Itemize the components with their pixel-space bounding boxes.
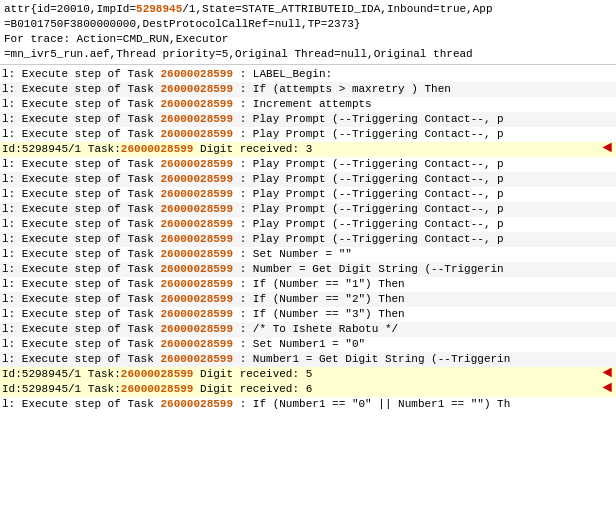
log-line: l: Execute step of Task 26000028599 : Se… [0,337,616,352]
line-text: l: Execute step of Task 26000028599 : Pl… [2,187,614,202]
log-line: l: Execute step of Task 26000028599 : Nu… [0,262,616,277]
log-line: l: Execute step of Task 26000028599 : If… [0,397,616,412]
log-line: l: Execute step of Task 26000028599 : Pl… [0,172,616,187]
line-text: l: Execute step of Task 26000028599 : Pl… [2,217,614,232]
task-id: 26000028599 [160,278,233,290]
log-line: l: Execute step of Task 26000028599 : If… [0,82,616,97]
task-id: 26000028599 [121,143,194,155]
log-line: l: Execute step of Task 26000028599 : If… [0,277,616,292]
suffix: : Play Prompt (--Triggering Contact--, p [233,128,504,140]
arrow-marker-3: ◄ [602,141,612,156]
task-id: 26000028599 [160,83,233,95]
log-line: l: Execute step of Task 26000028599 : LA… [0,67,616,82]
prefix: l: Execute step of Task [2,323,160,335]
line-text: l: Execute step of Task 26000028599 : If… [2,292,614,307]
log-header: attr{id=20010,ImpId=5298945/1,State=STAT… [0,0,616,65]
log-line: l: Execute step of Task 26000028599 : Nu… [0,352,616,367]
suffix: : Play Prompt (--Triggering Contact--, p [233,203,504,215]
header-text-1b: /1,State=STATE_ATTRIBUTEID_IDA,Inbound=t… [182,3,492,15]
prefix: l: Execute step of Task [2,263,160,275]
prefix: l: Execute step of Task [2,98,160,110]
prefix: l: Execute step of Task [2,233,160,245]
digit-received-line-3: Id:5298945/1 Task:26000028599 Digit rece… [0,142,616,157]
prefix: l: Execute step of Task [2,173,160,185]
suffix: : Number = Get Digit String (--Triggerin [233,263,504,275]
log-container: attr{id=20010,ImpId=5298945/1,State=STAT… [0,0,616,506]
suffix: : Play Prompt (--Triggering Contact--, p [233,173,504,185]
log-line: l: Execute step of Task 26000028599 : Pl… [0,217,616,232]
log-line: l: Execute step of Task 26000028599 : /*… [0,322,616,337]
suffix: : Number1 = Get Digit String (--Triggeri… [233,353,510,365]
line-text: Id:5298945/1 Task:26000028599 Digit rece… [2,367,614,382]
suffix: : Set Number1 = "0" [233,338,365,350]
line-text: l: Execute step of Task 26000028599 : Nu… [2,352,614,367]
line-text: Id:5298945/1 Task:26000028599 Digit rece… [2,382,614,397]
header-text-2: =B0101750F3800000000,DestProtocolCallRef… [4,18,360,30]
imp-id: 5298945 [136,3,182,15]
log-line: l: Execute step of Task 26000028599 : Se… [0,247,616,262]
task-id: 26000028599 [160,128,233,140]
prefix: l: Execute step of Task [2,113,160,125]
suffix: : Play Prompt (--Triggering Contact--, p [233,233,504,245]
suffix: : Play Prompt (--Triggering Contact--, p [233,188,504,200]
line-text: l: Execute step of Task 26000028599 : Pl… [2,127,614,142]
log-line: l: Execute step of Task 26000028599 : Pl… [0,127,616,142]
line-text: l: Execute step of Task 26000028599 : If… [2,277,614,292]
prefix: l: Execute step of Task [2,338,160,350]
task-id: 26000028599 [160,98,233,110]
header-line-3: For trace: Action=CMD_RUN,Executor [4,32,612,47]
task-id: 26000028599 [121,368,194,380]
task-id: 26000028599 [160,308,233,320]
task-id: 26000028599 [160,323,233,335]
log-line: l: Execute step of Task 26000028599 : Pl… [0,157,616,172]
prefix: l: Execute step of Task [2,128,160,140]
task-id: 26000028599 [160,188,233,200]
log-line: l: Execute step of Task 26000028599 : Pl… [0,202,616,217]
line-text: Id:5298945/1 Task:26000028599 Digit rece… [2,142,614,157]
prefix: l: Execute step of Task [2,218,160,230]
prefix: l: Execute step of Task [2,83,160,95]
digit-received-line-6: Id:5298945/1 Task:26000028599 Digit rece… [0,382,616,397]
line-text: l: Execute step of Task 26000028599 : Se… [2,247,614,262]
suffix: : If (Number == "1") Then [233,278,405,290]
suffix: : Increment attempts [233,98,372,110]
task-id: 26000028599 [160,263,233,275]
line-text: l: Execute step of Task 26000028599 : If… [2,307,614,322]
prefix: Id:5298945/1 Task: [2,368,121,380]
log-line: l: Execute step of Task 26000028599 : If… [0,307,616,322]
line-text: l: Execute step of Task 26000028599 : Se… [2,337,614,352]
prefix: l: Execute step of Task [2,398,160,410]
line-text: l: Execute step of Task 26000028599 : /*… [2,322,614,337]
task-id: 26000028599 [160,398,233,410]
header-line-4: =mn_ivr5_run.aef,Thread priority=5,Origi… [4,47,612,62]
prefix: l: Execute step of Task [2,158,160,170]
header-line-2: =B0101750F3800000000,DestProtocolCallRef… [4,17,612,32]
prefix: l: Execute step of Task [2,293,160,305]
header-text-1a: attr{id=20010,ImpId= [4,3,136,15]
task-id: 26000028599 [160,68,233,80]
log-content: l: Execute step of Task 26000028599 : LA… [0,65,616,414]
task-id: 26000028599 [160,173,233,185]
line-text: l: Execute step of Task 26000028599 : Pl… [2,172,614,187]
line-text: l: Execute step of Task 26000028599 : If… [2,82,614,97]
task-id: 26000028599 [160,338,233,350]
suffix: : If (Number1 == "0" || Number1 == "") T… [233,398,510,410]
prefix: l: Execute step of Task [2,353,160,365]
log-line: l: Execute step of Task 26000028599 : Pl… [0,232,616,247]
suffix: : Play Prompt (--Triggering Contact--, p [233,158,504,170]
suffix: Digit received: 3 [193,143,312,155]
line-text: l: Execute step of Task 26000028599 : If… [2,397,614,412]
line-text: l: Execute step of Task 26000028599 : Pl… [2,112,614,127]
header-line-1: attr{id=20010,ImpId=5298945/1,State=STAT… [4,2,612,17]
suffix: Digit received: 6 [193,383,312,395]
task-id: 26000028599 [160,218,233,230]
suffix: : If (Number == "3") Then [233,308,405,320]
log-line: l: Execute step of Task 26000028599 : If… [0,292,616,307]
prefix: l: Execute step of Task [2,248,160,260]
prefix: l: Execute step of Task [2,308,160,320]
prefix: Id:5298945/1 Task: [2,143,121,155]
suffix: : Play Prompt (--Triggering Contact--, p [233,218,504,230]
line-text: l: Execute step of Task 26000028599 : Pl… [2,202,614,217]
suffix: : If (Number == "2") Then [233,293,405,305]
prefix: l: Execute step of Task [2,278,160,290]
